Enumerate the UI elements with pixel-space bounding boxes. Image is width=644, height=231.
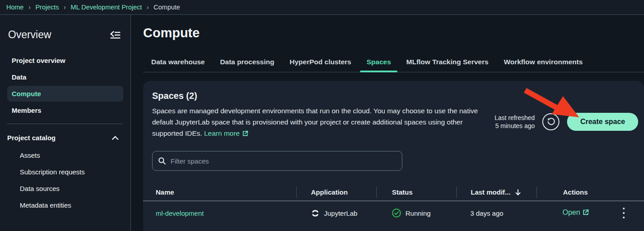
main-content: Compute Data warehouse Data processing H… [131, 15, 644, 231]
chevron-up-icon [112, 136, 119, 140]
sidebar-item-members[interactable]: Members [7, 102, 123, 118]
sidebar-item-project-overview[interactable]: Project overview [7, 53, 123, 68]
spaces-panel-description: Spaces are managed development environme… [152, 105, 486, 140]
sidebar-title: Overview [8, 29, 51, 41]
collapse-sidebar-icon[interactable] [108, 28, 122, 41]
refresh-button[interactable] [542, 113, 559, 130]
column-header-status[interactable]: Status [376, 187, 456, 198]
sidebar-item-data[interactable]: Data [7, 69, 123, 85]
breadcrumb: Home › Projects › ML Development Project… [0, 0, 644, 15]
filter-spaces-input[interactable] [171, 157, 396, 165]
column-header-application[interactable]: Application [296, 187, 376, 198]
refresh-icon [546, 117, 555, 126]
sidebar-item-metadata-entities[interactable]: Metadata entities [7, 197, 123, 213]
spaces-table: Name Application Status Last modif... Ac… [143, 184, 644, 225]
breadcrumb-projects[interactable]: Projects [36, 4, 59, 11]
status-running-icon [392, 208, 401, 218]
external-link-icon [582, 209, 589, 218]
breadcrumb-separator-icon: › [29, 3, 31, 11]
sort-descending-icon[interactable] [515, 189, 521, 196]
spaces-panel-title: Spaces (2) [152, 91, 486, 101]
sidebar-item-data-sources[interactable]: Data sources [7, 180, 123, 197]
tab-bar: Data warehouse Data processing HyperPod … [143, 53, 644, 72]
create-space-button[interactable]: Create space [567, 113, 638, 131]
sidebar-item-assets[interactable]: Assets [7, 147, 123, 164]
sidebar-section-label: Project catalog [7, 134, 56, 142]
open-space-link[interactable]: Open [563, 209, 589, 218]
tab-hyperpod-clusters[interactable]: HyperPod clusters [284, 53, 358, 72]
search-icon [158, 157, 166, 165]
sidebar-item-compute[interactable]: Compute [7, 86, 123, 102]
table-row: ml-development JupyterLab [143, 201, 644, 225]
breadcrumb-project-name[interactable]: ML Development Project [71, 4, 142, 11]
column-header-last-modified[interactable]: Last modif... [456, 187, 536, 198]
column-header-actions: Actions [536, 187, 644, 198]
learn-more-link[interactable]: Learn more [204, 129, 248, 137]
last-refreshed-label: Last refreshed 5 minutes ago [495, 114, 535, 130]
filter-spaces-field[interactable] [152, 151, 402, 171]
status-label: Running [405, 209, 431, 217]
last-modified-value: 3 days ago [456, 209, 536, 217]
sidebar-divider [7, 124, 123, 124]
breadcrumb-current-page: Compute [153, 4, 180, 11]
sidebar-item-subscription-requests[interactable]: Subscription requests [7, 164, 123, 180]
breadcrumb-home[interactable]: Home [6, 4, 24, 11]
tab-data-warehouse[interactable]: Data warehouse [145, 53, 211, 72]
external-link-icon [242, 129, 248, 140]
tab-mlflow-tracking-servers[interactable]: MLflow Tracking Servers [400, 53, 495, 72]
spaces-panel: Spaces (2) Spaces are managed developmen… [143, 81, 644, 231]
spaces-table-header: Name Application Status Last modif... Ac… [143, 184, 644, 200]
page-title: Compute [143, 26, 644, 40]
breadcrumb-separator-icon: › [147, 3, 149, 11]
application-label: JupyterLab [324, 209, 357, 217]
sidebar-section-project-catalog[interactable]: Project catalog [7, 130, 123, 145]
breadcrumb-separator-icon: › [64, 3, 66, 11]
space-name-link[interactable]: ml-development [156, 209, 204, 217]
sidebar: Overview Project overview Data Compute M… [0, 15, 131, 231]
tab-spaces[interactable]: Spaces [360, 53, 397, 72]
row-actions-menu-icon[interactable] [621, 205, 627, 221]
jupyterlab-icon [311, 209, 320, 218]
tab-workflow-environments[interactable]: Workflow environments [497, 53, 589, 72]
spaces-panel-header-text: Spaces (2) Spaces are managed developmen… [152, 91, 486, 140]
column-header-name[interactable]: Name [143, 187, 296, 198]
tab-data-processing[interactable]: Data processing [214, 53, 281, 72]
